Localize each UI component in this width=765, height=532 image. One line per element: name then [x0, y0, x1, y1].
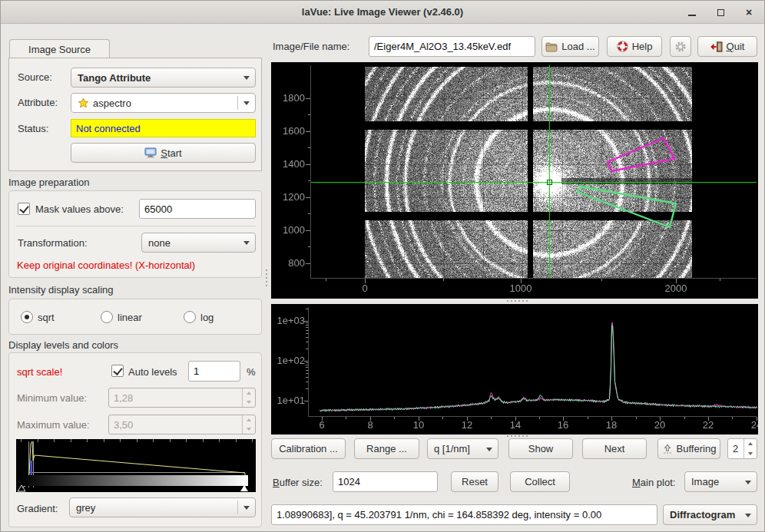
spin-down-icon [243, 398, 255, 407]
main-plot-select[interactable]: Image [684, 471, 757, 492]
minimum-value-label: Minimum value: [17, 392, 87, 404]
splitter-handle-toolbar[interactable] [507, 435, 528, 437]
mask-checkbox[interactable] [18, 203, 30, 215]
plot-type-select[interactable]: Diffractogram [663, 504, 757, 525]
splitter-handle-image-plot[interactable] [507, 300, 528, 302]
spin-up-icon[interactable] [744, 439, 757, 449]
range-button[interactable]: Range ... [354, 438, 419, 459]
status-label: Status: [18, 123, 48, 134]
chevron-down-icon [243, 76, 250, 80]
divider [16, 226, 256, 226]
window-title: laVue: Live Image Viewer (v2.46.0) [1, 6, 764, 18]
calibration-button[interactable]: Calibration ... [271, 438, 346, 459]
diffractogram-canvas[interactable] [271, 304, 758, 435]
file-name-input[interactable]: /Eiger4M_Al2O3_13.45keV.edf [369, 36, 535, 57]
quit-button[interactable]: Quit [697, 36, 757, 57]
next-button[interactable]: Next [582, 438, 647, 459]
upload-icon [662, 444, 673, 454]
section-display-levels: Display levels and colors [8, 339, 118, 351]
chevron-down-icon [243, 241, 250, 245]
source-label: Source: [18, 71, 52, 83]
attribute-label: Attribute: [18, 97, 58, 108]
buffer-size-label: Buffer size: [273, 477, 323, 488]
gradient-label: Gradient: [17, 503, 58, 514]
auto-levels-label: Auto levels [128, 366, 177, 378]
spin-up-icon [243, 415, 255, 425]
chevron-down-icon [243, 506, 250, 510]
chevron-down-icon [243, 101, 250, 105]
unit-select[interactable]: q [1/nm] [427, 438, 498, 459]
chevron-down-icon [745, 481, 751, 484]
image-plot-canvas[interactable] [271, 62, 758, 299]
attribute-combo[interactable]: aspectro [71, 93, 256, 113]
titlebar: laVue: Live Image Viewer (v2.46.0) × [1, 1, 764, 24]
buffer-size-input[interactable]: 1024 [333, 471, 438, 492]
pointer-info-field: 1.08990683], q = 45.203791 1/nm, chi = 1… [271, 504, 657, 525]
exit-door-icon [710, 41, 723, 52]
chevron-down-icon [486, 448, 492, 451]
spin-down-icon [243, 425, 255, 434]
image-plot: 18001600140012001000800010002000 [271, 62, 758, 299]
diffractogram-plot: 1e+011e+021e+03681012141618202224 [271, 304, 758, 435]
vertical-splitter-handle[interactable] [266, 269, 267, 286]
sqrt-scale-note: sqrt scale! [17, 366, 62, 378]
help-button[interactable]: Help [607, 36, 662, 57]
radio-log[interactable] [184, 311, 196, 323]
transformation-select[interactable]: none [141, 233, 256, 253]
close-button[interactable]: × [740, 5, 757, 20]
star-icon [78, 97, 89, 109]
status-badge: Not connected [71, 119, 256, 137]
transformation-label: Transformation: [18, 237, 88, 249]
radio-sqrt[interactable] [21, 311, 33, 323]
auto-levels-input[interactable]: 1 [188, 361, 240, 382]
minimize-button[interactable] [684, 5, 700, 20]
reset-button[interactable]: Reset [451, 471, 498, 492]
chevron-down-icon [745, 514, 751, 517]
radio-log-label: log [200, 312, 214, 323]
spin-up-icon [243, 388, 255, 398]
folder-icon [545, 41, 558, 52]
buffer-count-spinbox[interactable]: 2 [727, 438, 757, 459]
maximum-value-label: Maximum value: [17, 419, 90, 431]
mask-label: Mask values above: [35, 203, 124, 215]
gear-icon [674, 41, 687, 53]
radio-linear-label: linear [118, 312, 142, 323]
settings-button[interactable] [670, 36, 691, 57]
minimize-icon [688, 15, 696, 16]
main-plot-label: Main plot: [632, 477, 675, 488]
lifebuoy-icon [617, 41, 628, 52]
section-image-preparation: Image preparation [8, 177, 90, 188]
minimum-value-spinbox: 1,28 [108, 388, 256, 408]
radio-linear[interactable] [101, 311, 113, 323]
file-name-label: Image/File name: [273, 41, 349, 52]
section-intensity-scaling: Intensity display scaling [8, 284, 114, 296]
collect-button[interactable]: Collect [510, 471, 570, 492]
source-select[interactable]: Tango Attribute [71, 68, 256, 88]
percent-label: % [247, 366, 256, 378]
load-button[interactable]: Load ... [541, 36, 599, 57]
maximize-button[interactable] [712, 5, 729, 20]
maximum-value-spinbox: 3,50 [108, 415, 256, 435]
histogram-levels-widget[interactable] [16, 439, 256, 492]
monitor-icon [144, 147, 157, 158]
coordinates-note: Keep original coordinates! (X-horizontal… [17, 259, 195, 271]
auto-levels-checkbox[interactable] [111, 365, 124, 377]
buffering-button[interactable]: Buffering [657, 438, 720, 459]
start-button[interactable]: Start [71, 143, 256, 163]
tab-image-source[interactable]: Image Source [9, 39, 110, 58]
spin-down-icon[interactable] [744, 449, 757, 459]
show-button[interactable]: Show [508, 438, 573, 459]
maximize-icon [717, 9, 724, 16]
close-icon: × [746, 7, 752, 18]
gradient-select[interactable]: grey [69, 497, 256, 517]
radio-sqrt-label: sqrt [38, 312, 55, 323]
mask-input[interactable]: 65000 [139, 199, 256, 219]
